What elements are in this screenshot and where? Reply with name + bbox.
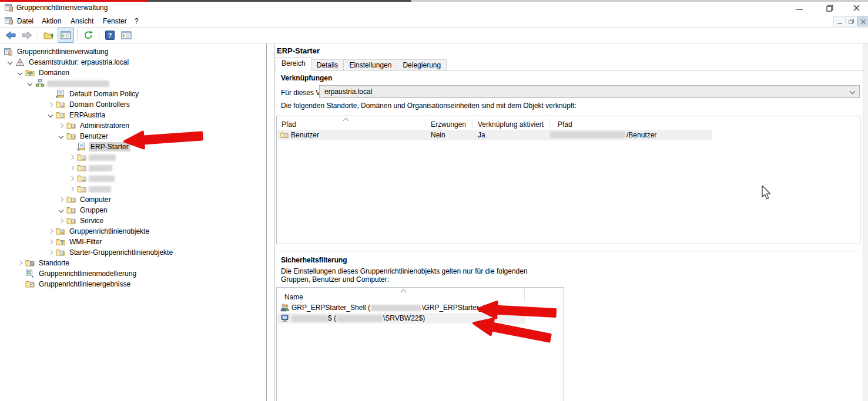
restore-button[interactable] (818, 2, 842, 14)
tree-item-starter-gpos[interactable]: Starter-Gruppenrichtlinienobjekte (45, 247, 175, 258)
tree-item-redacted-ou[interactable] (66, 163, 112, 173)
column-header-erzwungen[interactable]: Erzwungen (431, 120, 466, 129)
mdi-minimize-button[interactable] (833, 16, 846, 26)
tree-item-erp-starter[interactable]: ERP-Starter (66, 141, 130, 152)
up-one-level-button[interactable] (41, 28, 56, 42)
security-row-text: \SRVBW22$) (383, 314, 425, 322)
tree-item-gruppen[interactable]: Gruppen (56, 205, 109, 215)
forward-button[interactable] (19, 28, 35, 42)
chevron-right-icon[interactable] (45, 247, 56, 258)
redacted-text (550, 132, 625, 138)
chevron-right-icon[interactable] (56, 215, 66, 226)
ou-icon (56, 100, 65, 109)
tree-item-domain-redacted[interactable] (25, 78, 109, 89)
tree-item-forest[interactable]: Gesamtstruktur: erpaustria.local (5, 57, 130, 68)
tree-item-gpmc-root[interactable]: Gruppenrichtlinienverwaltung (4, 46, 110, 57)
console-tree-pane: Gruppenrichtlinienverwaltung Gesamtstruk… (0, 43, 267, 401)
ou-icon (66, 216, 76, 225)
ou-icon (77, 174, 86, 183)
tree-item-wmi-filter[interactable]: WMI-Filter (45, 237, 103, 247)
close-button[interactable] (844, 2, 868, 14)
chevron-right-icon[interactable] (66, 152, 77, 163)
display-scope-dropdown[interactable]: erpaustria.local (319, 85, 860, 98)
redacted-text (89, 165, 112, 171)
menu-aktion[interactable]: Aktion (38, 16, 65, 26)
security-row-group[interactable]: GRP_ERPStarter_Shell ( \GRP_ERPStarter_S… (277, 302, 559, 313)
details-pane: ERP-Starter Bereich Details Einstellunge… (274, 43, 863, 401)
chevron-right-icon[interactable] (66, 163, 77, 173)
column-header-aktiviert[interactable]: Verknüpfung aktiviert (478, 120, 544, 129)
back-button[interactable] (3, 28, 18, 42)
menu-hilfe[interactable]: ? (130, 16, 143, 26)
refresh-button[interactable] (81, 28, 96, 42)
tree-item-default-domain-policy[interactable]: Default Domain Policy (45, 89, 140, 99)
tree-item-ergebnisse[interactable]: Gruppenrichtlinienergebnisse (25, 279, 132, 289)
mdi-close-button[interactable] (857, 16, 868, 26)
cell-pfad2: /Benutzer (626, 131, 656, 139)
chevron-down-icon[interactable] (56, 131, 66, 141)
chevron-right-icon[interactable] (66, 184, 77, 194)
tree-item-modellierung[interactable]: Gruppenrichtlinienmodellierung (25, 268, 138, 279)
tree-item-domaenen[interactable]: Domänen (15, 68, 71, 78)
sort-asc-icon (401, 289, 407, 295)
mdi-restore-button[interactable] (845, 16, 857, 26)
chevron-down-icon[interactable] (25, 78, 35, 89)
minimize-button[interactable] (787, 2, 811, 14)
menu-fenster[interactable]: Fenster (99, 16, 131, 26)
show-console-tree-button[interactable] (58, 28, 74, 43)
chevron-right-icon[interactable] (15, 258, 25, 268)
chevron-right-icon[interactable] (66, 173, 77, 184)
chevron-down-icon[interactable] (56, 205, 66, 215)
tree-item-label: WMI-Filter (68, 237, 103, 247)
chevron-down-icon[interactable] (45, 110, 56, 120)
ou-icon (66, 132, 76, 141)
security-row-text: \GRP_ERPStarter_Shell) (422, 304, 501, 312)
tree-item-standorte[interactable]: Standorte (15, 258, 71, 268)
tab-bereich[interactable]: Bereich (276, 57, 311, 71)
column-header-name[interactable]: Name (284, 293, 303, 301)
cell-erzwungen: Nein (431, 131, 445, 139)
chevron-down-icon[interactable] (5, 57, 15, 68)
security-table: Name GRP_ERPStarter_Shell ( \GRP_ERPStar… (276, 287, 564, 401)
chevron-right-icon[interactable] (45, 99, 56, 110)
column-header-pfad2[interactable]: Pfad (558, 120, 572, 129)
tree-item-service[interactable]: Service (56, 215, 105, 226)
gpo-link-icon (77, 142, 86, 151)
column-header-pfad[interactable]: Pfad (281, 120, 296, 129)
redacted-text (89, 186, 111, 193)
menu-datei[interactable]: Datei (13, 16, 38, 26)
menu-ansicht[interactable]: Ansicht (66, 16, 98, 26)
chevron-down-icon[interactable] (15, 68, 25, 78)
security-row-computer[interactable]: $ ( \SRVBW22$) (277, 313, 559, 324)
ou-icon (66, 195, 76, 204)
wmi-filter-icon (56, 237, 65, 247)
tree-item-redacted-ou[interactable] (66, 184, 111, 194)
tree-item-redacted-ou[interactable] (66, 173, 115, 184)
tab-einstellungen[interactable]: Einstellungen (343, 59, 397, 71)
pane-splitter[interactable] (267, 43, 274, 401)
redacted-text (89, 154, 116, 161)
tree-item-label: Domain Controllers (68, 100, 132, 109)
chevron-right-icon[interactable] (56, 120, 66, 131)
chevron-right-icon[interactable] (45, 226, 56, 237)
chevron-right-icon[interactable] (56, 194, 66, 205)
tree-item-benutzer[interactable]: Benutzer (56, 131, 110, 141)
chevron-right-icon[interactable] (45, 237, 56, 247)
security-description-line1: Die Einstellungen dieses Gruppenrichtlin… (281, 267, 528, 275)
tree-item-gruppenrichtlinienobjekte[interactable]: Gruppenrichtlinienobjekte (45, 226, 151, 237)
tab-delegierung[interactable]: Delegierung (397, 59, 447, 71)
tree-item-administratoren[interactable]: Administratoren (56, 120, 131, 131)
redacted-text (291, 315, 328, 322)
console-window-button[interactable] (119, 28, 134, 42)
help-button[interactable]: ? (102, 28, 118, 42)
tab-details[interactable]: Details (311, 59, 344, 71)
vertical-scrollbar[interactable] (863, 43, 868, 401)
gpmc-console-icon (4, 47, 13, 56)
tree-item-label: Gesamtstruktur: erpaustria.local (27, 58, 130, 67)
tree-item-erpaustria[interactable]: ERPAustria (45, 110, 107, 120)
tree-item-computer[interactable]: Computer (56, 194, 113, 205)
tree-item-redacted-ou[interactable] (66, 152, 116, 163)
tree-item-domain-controllers[interactable]: Domain Controllers (45, 99, 132, 110)
security-section-heading: Sicherheitsfilterung (281, 256, 347, 264)
results-icon (25, 279, 35, 289)
